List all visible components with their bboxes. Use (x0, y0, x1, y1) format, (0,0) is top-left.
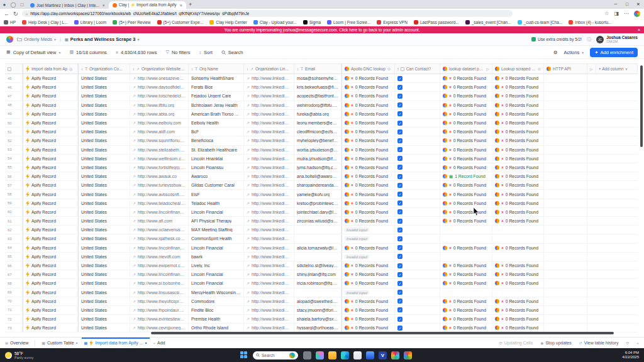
cell-name[interactable]: St. Elizabeth Healthcare (189, 146, 244, 154)
cell-import[interactable]: Apify Record (23, 315, 78, 323)
cell-http[interactable] (544, 208, 587, 216)
cell-name[interactable]: Sohsemy HealthShare (189, 74, 244, 82)
view-selector[interactable]: ▦Copy of Default view▾ (6, 50, 60, 55)
cell-li[interactable]: ↗http://www.linkedin.co... (244, 163, 294, 172)
taskbar-clock[interactable]: 6:04 PM 4/22/2025 (622, 351, 639, 360)
cell-email[interactable]: alopad@sweethed.ca.com (294, 297, 341, 305)
cell-dataset[interactable]: ×0 Records Found (440, 279, 492, 287)
cell-num[interactable]: 53 (5, 146, 23, 154)
cell-scraped[interactable]: ×0 Records Found (492, 270, 544, 278)
cell-apollo[interactable]: ×0 Records Found (341, 208, 395, 216)
can-contact-checkbox[interactable]: ✓ (397, 165, 402, 170)
bookmark-item[interactable]: Express VPN (377, 20, 408, 25)
cell-http[interactable] (544, 83, 587, 91)
column-header-num[interactable] (5, 64, 23, 74)
cell-web[interactable]: ↗http://www.oclaevenusforms... (130, 226, 189, 234)
cell-web[interactable]: ↗http://www.iheyoficsprdanum.com (130, 297, 189, 305)
cell-dataset[interactable]: ×0 Records Found (440, 136, 492, 145)
browser-window-icon[interactable]: □ (18, 2, 26, 8)
cell-num[interactable]: 62 (5, 226, 23, 234)
cell-exp[interactable] (587, 315, 596, 323)
cell-scraped[interactable]: ×0 Records Found (492, 181, 544, 189)
cell-country[interactable]: United States (78, 208, 130, 216)
cell-num[interactable]: 49 (5, 110, 23, 118)
cell-web[interactable]: ↗http://www.lincolnfinancial.c... (130, 270, 189, 278)
cell-li[interactable]: ↗http://www.linkedin.co... (244, 119, 294, 127)
can-contact-checkbox[interactable]: ✓ (397, 272, 402, 277)
cell-http[interactable] (544, 74, 587, 82)
cell-http[interactable] (544, 297, 587, 305)
cell-email[interactable]: mosa@sohsemyhealthsc... (294, 74, 341, 82)
cell-import[interactable]: Apify Record (23, 172, 78, 180)
cell-http[interactable] (544, 226, 587, 234)
cell-num[interactable]: 64 (5, 244, 23, 252)
cell-dataset[interactable]: ×0 Records Found (440, 199, 492, 207)
column-header-li[interactable]: ↕↗Organization Lin... (244, 64, 294, 74)
cell-country[interactable]: United States (78, 119, 130, 127)
cell-can[interactable]: ✓ (395, 128, 440, 136)
cell-import[interactable]: Apify Record (23, 92, 78, 100)
cell-can[interactable]: ✓ (395, 270, 440, 278)
cell-country[interactable]: United States (78, 324, 130, 332)
cell-import[interactable]: Apify Record (23, 288, 78, 297)
cell-can[interactable]: ✓ (395, 110, 440, 118)
cell-dataset[interactable] (440, 234, 492, 243)
cell-web[interactable]: ↗http://www.abta.org (130, 110, 189, 118)
stop-updates-button[interactable]: ◉Stop updates (540, 341, 572, 345)
window-maximize-button[interactable]: □ (621, 2, 633, 7)
cell-dataset[interactable]: ×0 Records Found (440, 217, 492, 225)
start-button[interactable] (240, 351, 248, 359)
cell-web[interactable]: ↗http://www.fortislifegrp.com (130, 163, 189, 172)
can-contact-checkbox[interactable]: ✓ (397, 121, 402, 126)
column-header-country[interactable]: ↕TOrganization Co... (78, 64, 130, 74)
cell-name[interactable]: Lincoln Financial (189, 208, 244, 216)
cell-apollo[interactable]: ×0 Records Found (341, 217, 395, 225)
cell-http[interactable] (544, 128, 587, 136)
cell-scraped[interactable]: ×0 Records Found (492, 110, 544, 118)
app-v-icon[interactable]: V (379, 351, 387, 359)
cell-add[interactable] (596, 234, 638, 243)
cell-name[interactable]: Lincoln Financial (189, 279, 244, 287)
cell-http[interactable] (544, 101, 587, 109)
cell-email[interactable]: hyssargl@orthoeastlan.ws (294, 324, 341, 332)
cell-apollo[interactable]: ×0 Records Found (341, 181, 395, 189)
cell-http[interactable] (544, 244, 587, 252)
horizontal-scrollbar[interactable] (151, 332, 614, 334)
cell-num[interactable]: 56 (5, 172, 23, 180)
can-contact-checkbox[interactable]: ✓ (397, 76, 402, 81)
cell-can[interactable]: ✓ (395, 234, 440, 243)
cell-li[interactable]: ↗http://www.linkedin.co... (244, 306, 294, 314)
cell-li[interactable]: ↗http://www.linkedin.co... (244, 92, 294, 100)
cell-http[interactable] (544, 315, 587, 323)
cell-name[interactable]: bawrk (189, 253, 244, 261)
cell-email[interactable]: wehirrodorg@lfbfu.org (294, 101, 341, 109)
cell-apollo[interactable]: ×0 Records Found (341, 83, 395, 91)
cell-country[interactable]: United States (78, 101, 130, 109)
can-contact-checkbox[interactable]: ✓ (397, 281, 402, 286)
extension-icon[interactable]: ◨ (614, 11, 619, 16)
cell-country[interactable]: United States (78, 74, 130, 82)
can-contact-checkbox[interactable]: ✓ (397, 209, 402, 214)
cell-can[interactable]: ✓ (395, 172, 440, 180)
cell-http[interactable] (544, 261, 587, 270)
cell-add[interactable] (596, 172, 638, 180)
back-icon[interactable]: ← (4, 11, 9, 17)
cell-http[interactable] (544, 136, 587, 145)
cell-apollo[interactable]: ×0 Records Found (341, 172, 395, 180)
browser-tab[interactable]: Joel Martinez | Inbox | Clay | Inte...× (26, 1, 109, 9)
cell-exp[interactable] (587, 83, 596, 91)
cell-import[interactable]: Apify Record (23, 324, 78, 332)
add-table-button[interactable]: +Add (153, 337, 165, 348)
cell-import[interactable]: Apify Record (23, 146, 78, 154)
user-menu[interactable]: JC Joshua Casares OM/2M (596, 35, 638, 43)
cell-num[interactable]: 68 (5, 279, 23, 287)
can-contact-checkbox[interactable]: ✓ (397, 236, 402, 241)
task-view-icon[interactable] (303, 351, 311, 359)
bookmark-item[interactable]: Loom | Free Scree... (327, 20, 370, 25)
cell-li[interactable]: ↗http://www.linkedin.co... (244, 244, 294, 252)
cell-dataset[interactable]: ×0 Records Found (440, 110, 492, 118)
cell-email[interactable]: yamele@kofv.org (294, 190, 341, 198)
cell-http[interactable] (544, 119, 587, 127)
cell-apollo[interactable]: ×0 Records Found (341, 270, 395, 278)
cell-web[interactable]: ↗http://www.ewipemot.com (130, 261, 189, 270)
